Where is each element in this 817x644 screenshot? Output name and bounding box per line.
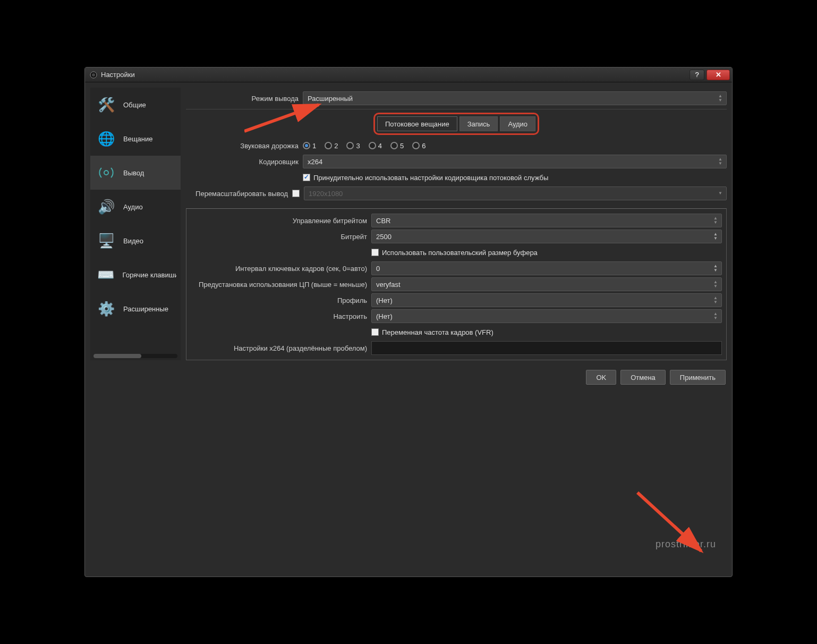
enforce-label: Принудительно использовать настройки код… bbox=[313, 174, 548, 182]
spinner-icon[interactable]: ▲▼ bbox=[712, 231, 719, 242]
cpu-preset-select[interactable]: veryfast ▲▼ bbox=[371, 277, 722, 291]
svg-point-2 bbox=[104, 171, 108, 175]
ok-button[interactable]: OK bbox=[586, 370, 616, 385]
tab-label: Аудио bbox=[508, 120, 527, 128]
profile-label: Профиль bbox=[191, 296, 371, 304]
chevron-down-icon: ▼ bbox=[717, 188, 724, 199]
x264opts-input[interactable] bbox=[371, 341, 722, 355]
annotation-arrow-icon bbox=[632, 487, 717, 562]
tabs-annotation-frame: Потоковое вещание Запись Аудио bbox=[373, 113, 539, 135]
track-2-radio[interactable]: 2 bbox=[325, 142, 338, 150]
tab-label: Запись bbox=[467, 120, 490, 128]
sidebar-item-label: Вывод bbox=[123, 169, 144, 177]
sidebar: 🛠️ Общие 🌐 Вещание Вывод 🔊 Аудио 🖥️ Виде… bbox=[90, 88, 181, 360]
tab-streaming[interactable]: Потоковое вещание bbox=[377, 116, 457, 131]
sidebar-item-output[interactable]: Вывод bbox=[90, 156, 181, 190]
sidebar-item-label: Аудио bbox=[123, 203, 143, 211]
window-title: Настройки bbox=[101, 71, 135, 79]
chevron-updown-icon: ▲▼ bbox=[717, 93, 724, 104]
globe-icon: 🌐 bbox=[95, 128, 118, 149]
track-5-radio[interactable]: 5 bbox=[390, 142, 404, 150]
profile-value: (Нет) bbox=[376, 296, 393, 304]
keyframe-label: Интервал ключевых кадров (сек, 0=авто) bbox=[191, 265, 371, 273]
x264opts-label: Настройки x264 (разделённые пробелом) bbox=[191, 344, 371, 352]
sidebar-item-hotkeys[interactable]: ⌨️ Горячие клавиши bbox=[90, 258, 181, 292]
vfr-label: Переменная частота кадров (VFR) bbox=[382, 328, 493, 336]
custom-buffer-label: Использовать пользовательский размер буф… bbox=[382, 249, 538, 257]
cpu-preset-value: veryfast bbox=[376, 281, 401, 289]
encoder-select[interactable]: x264 ▲▼ bbox=[303, 155, 727, 168]
sidebar-item-label: Общие bbox=[123, 101, 146, 109]
custom-buffer-checkbox[interactable] bbox=[371, 249, 379, 256]
tab-recording[interactable]: Запись bbox=[459, 116, 498, 131]
track-3-radio[interactable]: 3 bbox=[346, 142, 360, 150]
sidebar-item-stream[interactable]: 🌐 Вещание bbox=[90, 122, 181, 156]
encoder-value: x264 bbox=[308, 158, 322, 166]
settings-icon: 🛠️ bbox=[95, 94, 118, 115]
sidebar-item-advanced[interactable]: ⚙️ Расширенные bbox=[90, 292, 181, 326]
tab-label: Потоковое вещание bbox=[385, 120, 449, 128]
chevron-updown-icon: ▲▼ bbox=[712, 215, 719, 226]
chevron-updown-icon: ▲▼ bbox=[712, 295, 719, 306]
cpu-preset-label: Предустановка использования ЦП (выше = м… bbox=[191, 281, 371, 289]
profile-select[interactable]: (Нет) ▲▼ bbox=[371, 293, 722, 307]
monitor-icon: 🖥️ bbox=[95, 230, 118, 251]
tune-value: (Нет) bbox=[376, 312, 393, 320]
track-6-radio[interactable]: 6 bbox=[412, 142, 425, 150]
apply-button[interactable]: Применить bbox=[670, 370, 726, 385]
sidebar-scrollbar[interactable] bbox=[93, 354, 177, 358]
divider bbox=[186, 109, 727, 109]
chevron-updown-icon: ▲▼ bbox=[712, 311, 719, 321]
bitrate-label: Битрейт bbox=[191, 233, 371, 241]
track-4-radio[interactable]: 4 bbox=[369, 142, 382, 150]
broadcast-icon bbox=[95, 162, 118, 183]
dialog-footer: OK Отмена Применить bbox=[85, 366, 732, 389]
chevron-updown-icon: ▲▼ bbox=[712, 279, 719, 290]
main-panel: Режим вывода Расширенный ▲▼ Потоковое ве… bbox=[186, 88, 727, 360]
bitrate-value: 2500 bbox=[376, 233, 392, 241]
encoder-label: Кодировщик bbox=[186, 158, 303, 166]
audio-track-group: 1 2 3 4 5 6 bbox=[303, 142, 431, 150]
sidebar-item-label: Вещание bbox=[123, 135, 153, 143]
encoder-settings-panel: Управление битрейтом CBR ▲▼ Битрейт 2500… bbox=[186, 208, 727, 360]
titlebar: Настройки ? ✕ bbox=[85, 67, 732, 82]
rescale-placeholder: 1920x1080 bbox=[309, 190, 343, 198]
sidebar-item-label: Расширенные bbox=[123, 305, 168, 313]
speaker-icon: 🔊 bbox=[95, 196, 118, 217]
help-button[interactable]: ? bbox=[690, 70, 704, 80]
keyframe-value: 0 bbox=[376, 265, 380, 273]
tune-select[interactable]: (Нет) ▲▼ bbox=[371, 309, 722, 323]
sidebar-item-general[interactable]: 🛠️ Общие bbox=[90, 88, 181, 122]
tune-label: Настроить bbox=[191, 312, 371, 320]
sidebar-item-label: Горячие клавиши bbox=[123, 271, 176, 279]
sidebar-item-label: Видео bbox=[123, 237, 143, 245]
rescale-select: 1920x1080 ▼ bbox=[304, 187, 727, 200]
rescale-checkbox[interactable] bbox=[292, 190, 300, 197]
enforce-checkbox[interactable] bbox=[303, 174, 310, 181]
close-button[interactable]: ✕ bbox=[707, 70, 730, 80]
svg-point-1 bbox=[92, 73, 95, 77]
rescale-label: Перемасштабировать вывод bbox=[186, 190, 292, 198]
track-1-radio[interactable]: 1 bbox=[303, 142, 316, 150]
sidebar-item-audio[interactable]: 🔊 Аудио bbox=[90, 190, 181, 224]
output-mode-select[interactable]: Расширенный ▲▼ bbox=[303, 91, 727, 105]
rate-control-value: CBR bbox=[376, 217, 390, 225]
app-icon bbox=[89, 71, 98, 79]
bitrate-input[interactable]: 2500 ▲▼ bbox=[371, 230, 722, 243]
cogs-icon: ⚙️ bbox=[95, 298, 118, 319]
output-mode-value: Расширенный bbox=[308, 95, 353, 103]
spinner-icon[interactable]: ▲▼ bbox=[712, 263, 719, 274]
audio-track-label: Звуковая дорожка bbox=[186, 142, 303, 150]
sidebar-item-video[interactable]: 🖥️ Видео bbox=[90, 224, 181, 258]
output-mode-label: Режим вывода bbox=[186, 95, 303, 103]
vfr-checkbox[interactable] bbox=[371, 328, 379, 336]
watermark-text: prostrimer.ru bbox=[656, 539, 716, 550]
tab-audio[interactable]: Аудио bbox=[500, 116, 535, 131]
keyframe-input[interactable]: 0 ▲▼ bbox=[371, 261, 722, 275]
rate-control-select[interactable]: CBR ▲▼ bbox=[371, 214, 722, 227]
cancel-button[interactable]: Отмена bbox=[620, 370, 666, 385]
rate-control-label: Управление битрейтом bbox=[191, 217, 371, 225]
keyboard-icon: ⌨️ bbox=[95, 264, 117, 285]
chevron-updown-icon: ▲▼ bbox=[717, 156, 724, 167]
